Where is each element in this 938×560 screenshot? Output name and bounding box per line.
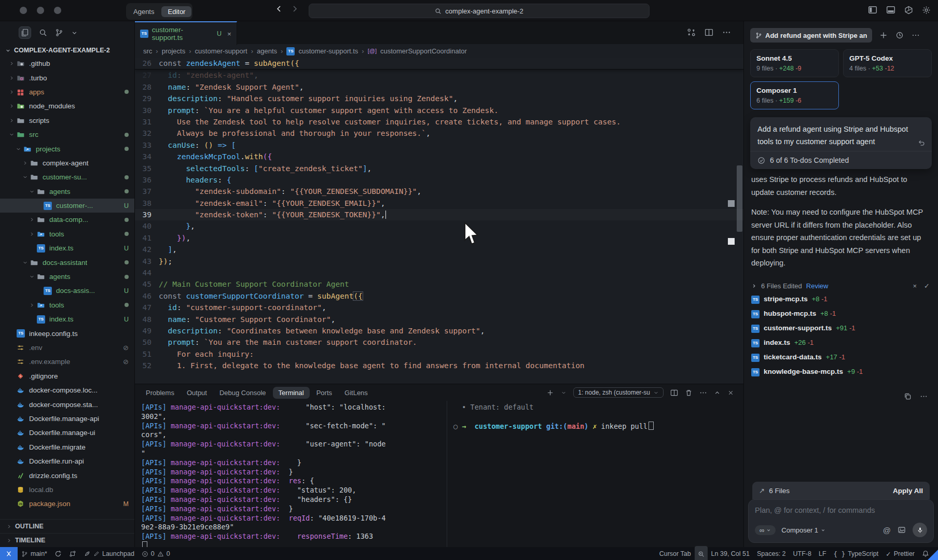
- indentation-status[interactable]: Spaces: 2: [753, 547, 790, 560]
- mode-tab-editor[interactable]: Editor: [161, 6, 191, 17]
- code-line[interactable]: 44: [135, 267, 743, 278]
- git-branch-status[interactable]: main*: [18, 547, 51, 560]
- breadcrumb-file[interactable]: customer-support.ts: [298, 47, 358, 55]
- tree-item[interactable]: Dockerfile.migrate: [0, 440, 134, 454]
- traffic-light-zoom[interactable]: [54, 7, 61, 14]
- panel-more-icon[interactable]: [699, 389, 707, 397]
- code-line[interactable]: 26const zendeskAgent = subAgent({: [135, 58, 743, 69]
- forward-arrow-icon[interactable]: [291, 5, 299, 13]
- tree-item[interactable]: node_modules: [0, 99, 134, 113]
- code-line[interactable]: 39 "zendesk-token": "{{YOUR_ZENDESK_TOKE…: [135, 209, 743, 220]
- tree-item[interactable]: docs-assistant: [0, 255, 134, 269]
- split-terminal-icon[interactable]: [670, 389, 678, 397]
- breadcrumb-item[interactable]: customer-support: [195, 47, 247, 55]
- tree-item[interactable]: TSindex.tsU: [0, 312, 134, 326]
- cursor-logo-icon[interactable]: [904, 6, 913, 15]
- breadcrumb-item[interactable]: agents: [257, 47, 277, 55]
- sync-icon[interactable]: [51, 547, 65, 560]
- tree-item[interactable]: tools: [0, 227, 134, 241]
- code-line[interactable]: 31 Use the Zendesk tool to help resolve …: [135, 116, 743, 128]
- code-line[interactable]: 48 name: "Customer Support Coordinator",: [135, 314, 743, 325]
- model-selector[interactable]: Composer 1: [781, 526, 825, 534]
- tab-customer-support[interactable]: TS customer-support.ts U ×: [135, 21, 237, 45]
- tree-item[interactable]: docker-compose.sta...: [0, 397, 134, 411]
- mention-icon[interactable]: @: [883, 526, 891, 535]
- panel-tab-problems[interactable]: Problems: [140, 387, 180, 399]
- tree-item[interactable]: JSpackage.jsonM: [0, 497, 134, 511]
- agent-mode-selector[interactable]: ∞: [755, 525, 776, 535]
- explorer-files-icon[interactable]: [19, 26, 31, 39]
- tree-item[interactable]: TSindex.tsU: [0, 241, 134, 255]
- code-line[interactable]: 34 zendeskMcpTool.with({: [135, 151, 743, 162]
- agent-card-sonnet-4-5[interactable]: Sonnet 4.59 files · +248 -9: [750, 49, 839, 77]
- panel-tab-gitlens[interactable]: GitLens: [339, 387, 374, 399]
- source-control-icon[interactable]: [55, 29, 63, 37]
- breadcrumb-item[interactable]: src: [143, 47, 152, 55]
- undo-icon[interactable]: [918, 139, 926, 147]
- kill-terminal-icon[interactable]: [685, 389, 693, 397]
- open-changes-icon[interactable]: [687, 28, 696, 37]
- terminal-pane-left[interactable]: [APIs] manage-api-quickstart:dev: "host"…: [135, 401, 447, 547]
- message-more-icon[interactable]: [920, 393, 928, 400]
- tree-item[interactable]: TSinkeep.config.ts: [0, 326, 134, 340]
- toggle-panel-icon[interactable]: [886, 5, 895, 15]
- settings-gear-icon[interactable]: [922, 6, 931, 15]
- more-views-chevron-icon[interactable]: [71, 30, 78, 36]
- tree-item[interactable]: complex-agent: [0, 156, 134, 170]
- tree-item[interactable]: data-comp...: [0, 213, 134, 227]
- tree-item[interactable]: TScustomer-...U: [0, 199, 134, 213]
- sidebar-section-outline[interactable]: OUTLINE: [0, 519, 134, 533]
- code-line[interactable]: 38 "zendesk-email": "{{YOUR_ZENDESK_EMAI…: [135, 198, 743, 209]
- editor-scrollbar[interactable]: [737, 165, 742, 232]
- cursor-position-status[interactable]: Ln 39, Col 51: [708, 547, 753, 560]
- todos-status-row[interactable]: 6 of 6 To-dos Completed: [750, 151, 932, 169]
- close-tab-icon[interactable]: ×: [227, 30, 231, 38]
- code-line[interactable]: 40 },: [135, 220, 743, 232]
- encoding-status[interactable]: UTF-8: [790, 547, 815, 560]
- panel-tab-ports[interactable]: Ports: [311, 387, 338, 399]
- code-line[interactable]: 29 description: "Handles customer suppor…: [135, 93, 743, 104]
- code-line[interactable]: 32 Always be professional and thorough i…: [135, 128, 743, 139]
- tree-item[interactable]: tools: [0, 298, 134, 312]
- apply-all-button[interactable]: Apply All: [893, 487, 923, 495]
- formatter-status[interactable]: ✓Prettier: [882, 547, 918, 560]
- tree-item[interactable]: projects: [0, 142, 134, 156]
- command-search-bar[interactable]: complex-agent-example-2: [309, 4, 650, 18]
- toggle-sidebar-icon[interactable]: [868, 5, 877, 15]
- project-root-header[interactable]: COMPLEX-AGENT-EXAMPLE-2: [0, 44, 134, 57]
- panel-tab-output[interactable]: Output: [181, 387, 213, 399]
- tree-item[interactable]: Dockerfile.manage-api: [0, 412, 134, 426]
- edited-file-row[interactable]: TSticketcard-data.ts+17 -1: [744, 350, 938, 365]
- panel-more-icon[interactable]: [912, 31, 920, 39]
- edited-file-row[interactable]: TScustomer-support.ts+91 -1: [744, 321, 938, 335]
- mode-tab-agents[interactable]: Agents: [127, 6, 160, 17]
- eol-status[interactable]: LF: [815, 547, 830, 560]
- tree-item[interactable]: docker-compose.loc...: [0, 383, 134, 397]
- tree-item[interactable]: Dockerfile.manage-ui: [0, 426, 134, 440]
- edited-file-row[interactable]: TSstripe-mcp.ts+8 -1: [744, 292, 938, 306]
- problems-status[interactable]: 0 0: [138, 547, 174, 560]
- code-line[interactable]: 45// Main Customer Support Coordinator A…: [135, 278, 743, 290]
- code-line[interactable]: 33 canUse: () => [: [135, 139, 743, 151]
- tree-item[interactable]: Dockerfile.run-api: [0, 454, 134, 468]
- maximize-panel-icon[interactable]: [714, 389, 721, 396]
- chevron-right-icon[interactable]: [751, 283, 757, 289]
- code-line[interactable]: 50 prompt: `You are the main customer su…: [135, 337, 743, 348]
- terminal-dropdown-chevron-icon[interactable]: [561, 390, 567, 396]
- code-line[interactable]: 36 headers: {: [135, 174, 743, 186]
- terminal-pane-right[interactable]: • Tenant: default○ → customer-support gi…: [447, 401, 743, 547]
- new-terminal-icon[interactable]: [546, 389, 554, 397]
- traffic-light-close[interactable]: [20, 7, 27, 14]
- close-panel-icon[interactable]: [727, 389, 734, 396]
- copy-icon[interactable]: [904, 393, 912, 400]
- language-status[interactable]: { }TypeScript: [830, 547, 882, 560]
- edited-file-row[interactable]: TSindex.ts+26 -1: [744, 335, 938, 350]
- code-line[interactable]: 27 id: "zendesk-agent",: [135, 69, 743, 81]
- search-tool-icon[interactable]: [39, 29, 47, 37]
- gitlens-compare-icon[interactable]: [65, 547, 80, 560]
- tree-item[interactable]: TSdocs-assis...U: [0, 284, 134, 298]
- apply-files-bar[interactable]: ↗ 6 Files Apply All: [752, 482, 930, 499]
- attach-image-icon[interactable]: [898, 526, 906, 534]
- tree-item[interactable]: agents: [0, 270, 134, 284]
- edited-file-row[interactable]: TShubspot-mcp.ts+8 -1: [744, 306, 938, 321]
